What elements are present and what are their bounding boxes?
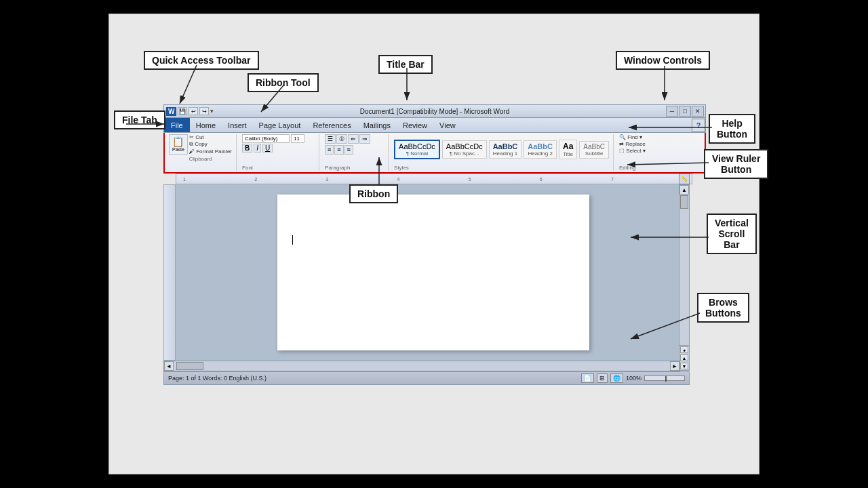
tab-review[interactable]: Review (397, 120, 433, 131)
text-cursor (292, 235, 293, 245)
ribbon-content: 📋 Paste ✂ Cut ⧉ Copy 🖌 Format Painter Cl… (163, 133, 706, 174)
title-bar-text: Document1 [Compatibility Mode] - Microso… (360, 108, 509, 115)
quick-access-toolbar[interactable]: W 💾 ↩ ↪ ▾ (163, 104, 265, 118)
customize-icon[interactable]: ▾ (210, 108, 214, 115)
font-family-select[interactable]: Calibri (Body) (242, 134, 290, 143)
tab-file[interactable]: File (164, 118, 190, 132)
save-icon[interactable]: 💾 (178, 107, 187, 115)
title-bar-label: Title Bar (378, 55, 433, 74)
browse-select-button[interactable]: ● (680, 346, 688, 353)
browse-next-button[interactable]: ▼ (680, 363, 688, 369)
help-button-icon[interactable]: ? (692, 119, 705, 132)
style-title[interactable]: Aa Title (559, 140, 577, 159)
indent-dec-button[interactable]: ⇐ (348, 134, 359, 144)
find-button[interactable]: 🔍 Find ▾ (619, 134, 652, 140)
tab-mailings[interactable]: Mailings (357, 120, 397, 131)
font-group: Calibri (Body) 11 B I U Font (238, 134, 319, 171)
ruler-vertical (163, 184, 176, 361)
scroll-up-button[interactable]: ▲ (679, 185, 689, 195)
styles-label: Styles (394, 165, 609, 171)
clipboard-label: Clipboard (189, 156, 212, 162)
paragraph-label: Paragraph (325, 165, 384, 171)
styles-group: AaBbCcDc ¶ Normal AaBbCcDc ¶ No Spac... … (390, 134, 614, 171)
indent-inc-button[interactable]: ⇒ (359, 134, 370, 144)
tab-references[interactable]: References (307, 120, 357, 131)
status-bar-text: Page: 1 of 1 Words: 0 English (U.S.) (168, 375, 267, 382)
select-button[interactable]: ⬚ Select ▾ (619, 148, 652, 154)
align-right-button[interactable]: ≡ (344, 145, 353, 155)
browse-prev-button[interactable]: ▲ (680, 354, 688, 361)
tab-insert[interactable]: Insert (222, 120, 253, 131)
ribbon-label: Ribbon (349, 184, 398, 203)
window-controls-label: Window Controls (616, 51, 710, 70)
font-size-select[interactable]: 11 (291, 134, 304, 143)
scroll-thumb[interactable] (680, 195, 688, 209)
quick-access-toolbar-label: Quick Access Toolbar (144, 51, 259, 70)
style-normal[interactable]: AaBbCcDc ¶ Normal (394, 140, 440, 159)
copy-button[interactable]: ⧉ Copy (189, 141, 232, 148)
scroll-left-button[interactable]: ◄ (164, 361, 174, 371)
redo-icon[interactable]: ↪ (199, 107, 209, 115)
view-ruler-button-icon[interactable]: 📏 (679, 174, 690, 184)
style-heading2[interactable]: AaBbC Heading 2 (524, 140, 557, 159)
italic-button[interactable]: I (254, 144, 261, 152)
ribbon-tabs-bar: File Home Insert Page Layout References … (163, 118, 706, 133)
vertical-scrollbar[interactable]: ▲ ▼ (679, 184, 690, 361)
editing-label: Editing (619, 165, 652, 171)
view-web-button[interactable]: 🌐 (610, 373, 623, 383)
view-fullscreen-button[interactable]: ⊞ (597, 373, 608, 383)
underline-button[interactable]: U (262, 144, 273, 152)
document-page[interactable] (277, 195, 589, 350)
tab-home[interactable]: Home (190, 120, 222, 131)
clipboard-group: 📋 Paste ✂ Cut ⧉ Copy 🖌 Format Painter Cl… (167, 134, 237, 171)
browse-buttons-area: ● ▲ ▼ (679, 345, 690, 371)
scroll-right-button[interactable]: ► (670, 361, 679, 371)
vertical-scroll-bar-label: VerticalScrollBar (707, 214, 757, 254)
paragraph-group: ☰ ① ⇐ ⇒ ≡ ≡ ≡ Paragraph (321, 134, 389, 171)
status-bar: Page: 1 of 1 Words: 0 English (U.S.) 📄 ⊞… (163, 371, 690, 385)
horizontal-scrollbar[interactable]: ◄ ► (163, 361, 680, 371)
align-center-button[interactable]: ≡ (334, 145, 343, 155)
format-painter-button[interactable]: 🖌 Format Painter (189, 148, 232, 155)
zoom-level: 100% (626, 375, 642, 382)
zoom-slider[interactable] (644, 375, 685, 381)
bullets-button[interactable]: ☰ (325, 134, 336, 144)
style-no-spacing[interactable]: AaBbCcDc ¶ No Spac... (442, 140, 487, 159)
style-subtitle[interactable]: AaBbC Subtitle (579, 141, 609, 159)
editing-group: 🔍 Find ▾ ⇄ Replace ⬚ Select ▾ Editing (615, 134, 656, 171)
replace-button[interactable]: ⇄ Replace (619, 141, 652, 147)
file-tab-label: File Tab (114, 110, 165, 129)
numbering-button[interactable]: ① (336, 134, 347, 144)
align-left-button[interactable]: ≡ (325, 145, 334, 155)
style-heading1[interactable]: AaBbC Heading 1 (489, 140, 522, 159)
document-area (176, 184, 679, 361)
ribbon-tool-label: Ribbon Tool (248, 73, 319, 92)
hscroll-thumb[interactable] (176, 362, 203, 370)
view-ruler-button-label: View RulerButton (704, 149, 768, 179)
close-button[interactable]: ✕ (692, 106, 704, 117)
ruler-horizontal: 12345678 (176, 174, 692, 184)
minimize-button[interactable]: ─ (666, 106, 678, 117)
help-button-label: HelpButton (709, 114, 755, 144)
brows-buttons-label: BrowsButtons (697, 293, 749, 323)
view-normal-button[interactable]: 📄 (581, 373, 594, 383)
tab-page-layout[interactable]: Page Layout (253, 120, 307, 131)
word-logo: W (166, 107, 176, 116)
paste-button[interactable]: 📋 Paste (169, 134, 188, 155)
restore-button[interactable]: □ (679, 106, 691, 117)
bold-button[interactable]: B (242, 144, 252, 152)
undo-icon[interactable]: ↩ (189, 107, 198, 115)
tab-view[interactable]: View (433, 120, 462, 131)
cut-button[interactable]: ✂ Cut (189, 134, 232, 140)
font-label: Font (242, 165, 315, 171)
